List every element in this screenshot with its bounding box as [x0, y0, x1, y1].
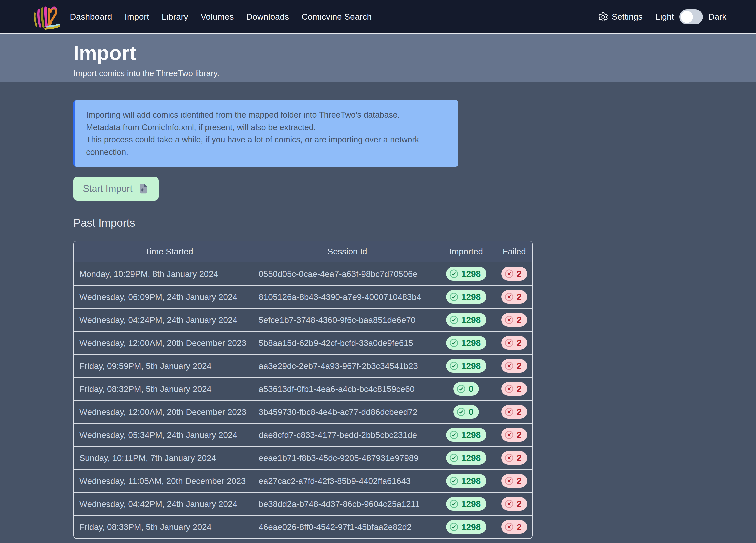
nav-item-downloads[interactable]: Downloads: [247, 12, 289, 22]
table-row: Sunday, 10:11PM, 7th January 2024 eeae1b…: [74, 446, 532, 469]
x-circle-icon: [504, 315, 514, 325]
past-imports-table: Time Started Session Id Imported Failed …: [73, 241, 533, 539]
page-header: Import Import comics into the ThreeTwo l…: [0, 34, 756, 82]
time-started-cell: Wednesday, 04:42PM, 24th January 2024: [74, 492, 259, 515]
nav-item-library[interactable]: Library: [162, 12, 188, 22]
imported-cell: 1298: [436, 331, 497, 354]
time-started-cell: Friday, 08:33PM, 5th January 2024: [74, 515, 259, 538]
check-circle-icon: [449, 269, 459, 279]
failed-cell: 2: [497, 377, 532, 400]
table-row: Wednesday, 12:00AM, 20th December 2023 5…: [74, 331, 532, 354]
failed-cell: 2: [497, 331, 532, 354]
imported-badge: 1298: [446, 313, 487, 327]
time-started-cell: Wednesday, 11:05AM, 20th December 2023: [74, 469, 259, 492]
imported-cell: 1298: [436, 469, 497, 492]
session-id-cell: 3b459730-fbc8-4e4b-ac77-dd86dcbeed72: [259, 400, 436, 423]
time-started-cell: Sunday, 10:11PM, 7th January 2024: [74, 446, 259, 469]
time-started-cell: Wednesday, 04:24PM, 24th January 2024: [74, 308, 259, 331]
gear-icon: [598, 12, 609, 22]
session-id-cell: aa3e29dc-2eb7-4a93-967f-2b3c34541b23: [259, 354, 436, 377]
check-circle-icon: [449, 522, 459, 532]
nav-item-comicvine-search[interactable]: Comicvine Search: [302, 12, 372, 22]
check-circle-icon: [449, 476, 459, 486]
imported-cell: 1298: [436, 423, 497, 446]
failed-cell: 2: [497, 469, 532, 492]
failed-cell: 2: [497, 492, 532, 515]
session-id-cell: 46eae026-8ff0-4542-97f1-45bfaa2e82d2: [259, 515, 436, 538]
imported-badge: 1298: [446, 428, 487, 442]
col-header-session-id: Session Id: [259, 241, 436, 262]
nav-item-volumes[interactable]: Volumes: [201, 12, 234, 22]
imported-cell: 1298: [436, 262, 497, 285]
info-line: Metadata from ComicInfo.xml, if present,…: [86, 121, 447, 134]
imported-cell: 1298: [436, 308, 497, 331]
nav-item-dashboard[interactable]: Dashboard: [70, 12, 112, 22]
session-id-cell: dae8cfd7-c833-4177-bedd-2bb5cbc231de: [259, 423, 436, 446]
theme-toggle-knob: [681, 11, 693, 23]
x-circle-icon: [504, 430, 514, 440]
failed-badge: 2: [501, 520, 527, 534]
nav-item-import[interactable]: Import: [125, 12, 149, 22]
time-started-cell: Monday, 10:29PM, 8th January 2024: [74, 262, 259, 285]
past-imports-header: Past Imports: [73, 217, 586, 229]
table-row: Friday, 09:59PM, 5th January 2024 aa3e29…: [74, 354, 532, 377]
col-header-imported: Imported: [436, 241, 497, 262]
failed-badge: 2: [501, 313, 527, 327]
session-id-cell: a53613df-0fb1-4ea6-a4cb-bc4c8159ce60: [259, 377, 436, 400]
failed-badge: 2: [501, 474, 527, 488]
x-circle-icon: [504, 499, 514, 509]
imported-badge: 0: [453, 382, 479, 396]
failed-cell: 2: [497, 515, 532, 538]
table-row: Wednesday, 11:05AM, 20th December 2023 e…: [74, 469, 532, 492]
table-row: Friday, 08:32PM, 5th January 2024 a53613…: [74, 377, 532, 400]
table-row: Wednesday, 12:00AM, 20th December 2023 3…: [74, 400, 532, 423]
info-line: This process could take a while, if you …: [86, 133, 447, 158]
col-header-time-started: Time Started: [74, 241, 259, 262]
imported-badge: 1298: [446, 520, 487, 534]
x-circle-icon: [504, 453, 514, 463]
table-row: Wednesday, 06:09PM, 24th January 2024 81…: [74, 285, 532, 308]
failed-badge: 2: [501, 451, 527, 465]
failed-badge: 2: [501, 290, 527, 304]
imported-badge: 1298: [446, 451, 487, 465]
threetwo-logo-icon: [31, 4, 61, 30]
imported-cell: 1298: [436, 285, 497, 308]
main-content: Importing will add comics identified fro…: [0, 82, 756, 539]
session-id-cell: 5efce1b7-3748-4360-9f6c-baa851de6e70: [259, 308, 436, 331]
imported-badge: 1298: [446, 359, 487, 373]
table-row: Friday, 08:33PM, 5th January 2024 46eae0…: [74, 515, 532, 538]
settings-button[interactable]: Settings: [598, 12, 643, 22]
x-circle-icon: [504, 292, 514, 302]
table-row: Wednesday, 04:24PM, 24th January 2024 5e…: [74, 308, 532, 331]
failed-badge: 2: [501, 267, 527, 281]
theme-toggle[interactable]: [679, 9, 703, 24]
failed-cell: 2: [497, 446, 532, 469]
time-started-cell: Friday, 09:59PM, 5th January 2024: [74, 354, 259, 377]
session-id-cell: ea27cac2-a7fd-42f3-85b9-4402ffa61643: [259, 469, 436, 492]
check-circle-icon: [449, 292, 459, 302]
threetwo-logo[interactable]: [31, 4, 61, 30]
check-circle-icon: [449, 499, 459, 509]
start-import-label: Start Import: [83, 183, 133, 194]
import-info-callout: Importing will add comics identified fro…: [73, 100, 459, 167]
table-row: Monday, 10:29PM, 8th January 2024 0550d0…: [74, 262, 532, 285]
imported-badge: 1298: [446, 290, 487, 304]
start-import-button[interactable]: Start Import: [73, 177, 159, 201]
x-circle-icon: [504, 407, 514, 417]
dark-label: Dark: [709, 12, 727, 22]
check-circle-icon: [456, 384, 466, 394]
x-circle-icon: [504, 384, 514, 394]
check-circle-icon: [449, 338, 459, 348]
failed-badge: 2: [501, 359, 527, 373]
page-title: Import: [73, 42, 756, 65]
imported-cell: 1298: [436, 515, 497, 538]
time-started-cell: Wednesday, 06:09PM, 24th January 2024: [74, 285, 259, 308]
x-circle-icon: [504, 522, 514, 532]
imported-cell: 1298: [436, 354, 497, 377]
failed-badge: 2: [501, 497, 527, 511]
table-header-row: Time Started Session Id Imported Failed: [74, 241, 532, 262]
imported-badge: 1298: [446, 267, 487, 281]
time-started-cell: Wednesday, 12:00AM, 20th December 2023: [74, 400, 259, 423]
x-circle-icon: [504, 476, 514, 486]
col-header-failed: Failed: [497, 241, 532, 262]
